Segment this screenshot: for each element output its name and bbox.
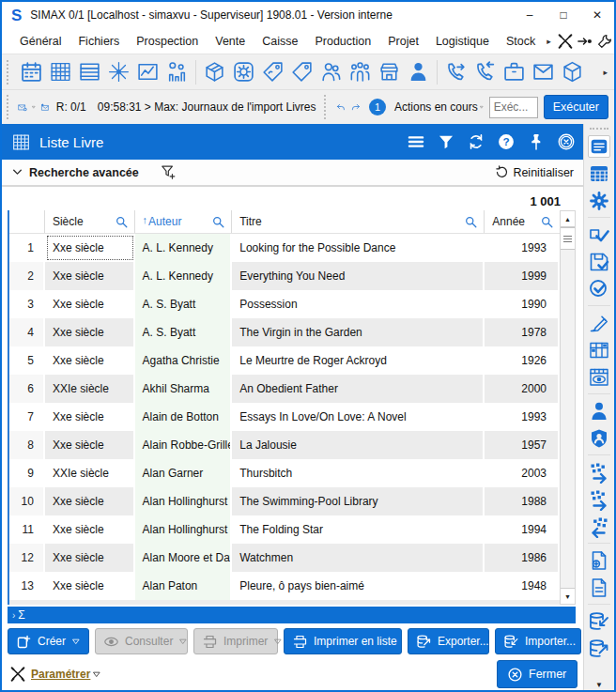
cell-annee[interactable]: 1978 (485, 318, 560, 346)
row-number[interactable]: 1 (9, 234, 45, 262)
cell-siecle[interactable]: XXIe siècle (45, 459, 135, 487)
help-circle-icon[interactable]: ? (497, 132, 516, 151)
dropdown-icon[interactable] (71, 637, 81, 646)
row-number[interactable]: 12 (9, 544, 45, 572)
people-icon[interactable] (319, 60, 343, 84)
cell-titre[interactable]: Possession (232, 290, 485, 318)
cell-auteur[interactable]: Alan Hollinghurst (135, 487, 233, 515)
run-arrow-icon[interactable] (577, 33, 593, 50)
phone-out-icon[interactable] (444, 60, 468, 84)
print-button[interactable]: Imprimer (193, 628, 278, 654)
fermer-button[interactable]: Fermer (497, 660, 578, 688)
chart-icon[interactable] (136, 60, 160, 84)
cell-titre[interactable]: Looking for the Possible Dance (232, 234, 485, 262)
table-row[interactable]: 11Xxe siècleAlan HollinghurstThe Folding… (9, 515, 560, 544)
tag-icon[interactable] (290, 60, 314, 84)
row-number[interactable]: 6 (9, 375, 45, 403)
import-button[interactable]: Importer... (495, 628, 581, 654)
cell-auteur[interactable]: Alan Paton (135, 572, 233, 600)
cell-annee[interactable]: 2000 (485, 375, 560, 403)
search-icon[interactable] (540, 215, 554, 229)
planning-icon[interactable] (49, 60, 72, 84)
cell-siecle[interactable]: Xxe siècle (45, 431, 135, 459)
phone-in-icon[interactable] (473, 60, 497, 84)
pin-icon[interactable] (527, 132, 546, 151)
execute-button[interactable]: Exécuter (544, 95, 608, 119)
maximize-button[interactable]: □ (547, 3, 580, 27)
cell-siecle[interactable]: Xxe siècle (45, 318, 135, 346)
sidebar-shield-user-icon[interactable] (588, 427, 610, 450)
sidebar-user-filled-icon[interactable] (588, 400, 610, 423)
menu-overflow-arrow[interactable]: ▸ (544, 37, 554, 46)
wrench-icon[interactable] (596, 33, 613, 50)
export-button[interactable]: Exporter... (408, 628, 489, 654)
toolbar-gripper[interactable] (7, 60, 11, 85)
cell-titre[interactable]: Watchmen (232, 544, 485, 572)
table-row[interactable]: 12Xxe siècleAlan Moore et Dav...Watchmen… (9, 544, 560, 572)
cell-annee[interactable]: 1993 (485, 234, 560, 262)
cell-annee[interactable]: 2003 (485, 459, 560, 487)
header-annee[interactable]: Année (485, 210, 560, 233)
menu-item-logistique[interactable]: Logistique (427, 35, 498, 48)
menu-icon[interactable] (407, 132, 425, 151)
cell-titre[interactable]: The Folding Star (232, 515, 485, 544)
header-siecle[interactable]: Siècle (45, 210, 135, 233)
sidebar-table-cols-icon[interactable] (588, 339, 610, 361)
sidebar-table-eye-icon[interactable] (588, 366, 610, 389)
burst-icon[interactable] (107, 60, 131, 84)
row-number[interactable]: 4 (9, 318, 45, 346)
cell-auteur[interactable]: Alan Garner (135, 459, 233, 487)
menu-item-vente[interactable]: Vente (207, 35, 254, 48)
cell-titre[interactable]: Le Meurtre de Roger Ackroyd (232, 346, 485, 375)
row-number[interactable]: 5 (9, 346, 45, 375)
refresh-icon[interactable] (467, 132, 485, 151)
cell-annee[interactable]: 1948 (485, 572, 560, 600)
cell-titre[interactable]: The Swimming-Pool Library (232, 487, 485, 515)
cell-auteur[interactable]: A. S. Byatt (135, 318, 233, 346)
cell-annee[interactable]: 1986 (485, 544, 560, 572)
cell-annee[interactable]: 1957 (485, 431, 560, 459)
cell-auteur[interactable]: Alan Moore et Dav... (135, 544, 233, 572)
reset-control[interactable]: Reinitialiser (495, 165, 574, 179)
scrollbar-thumb[interactable] (561, 227, 575, 250)
gearbox-icon[interactable] (232, 60, 255, 84)
table-row[interactable]: 5Xxe siècleAgatha ChristieLe Meurtre de … (9, 346, 560, 375)
briefcase-icon[interactable] (502, 60, 526, 84)
sidebar-brush-icon[interactable] (588, 312, 610, 334)
menu-item-fichiers[interactable]: Fichiers (69, 35, 128, 48)
scroll-down-button[interactable]: ▼ (561, 588, 575, 604)
sidebar-check-dialog-icon[interactable] (588, 223, 610, 246)
scroll-up-button[interactable]: ▲ (561, 211, 575, 227)
sidebar-gear-filled-icon[interactable] (588, 190, 610, 212)
search-icon[interactable] (211, 215, 225, 229)
list-icon[interactable] (78, 60, 101, 84)
table-row[interactable]: 4Xxe siècleA. S. ByattThe Virgin in the … (9, 318, 560, 346)
table-row[interactable]: 3Xxe siècleA. S. ByattPossession1990 (9, 290, 560, 318)
menu-item-stock[interactable]: Stock (498, 35, 544, 48)
cell-siecle[interactable]: Xxe siècle (45, 234, 135, 262)
cell-titre[interactable]: Thursbitch (232, 459, 485, 487)
sidebar-doc-icon[interactable] (588, 577, 610, 599)
cell-siecle[interactable]: Xxe siècle (45, 346, 135, 375)
sidebar-gripper[interactable] (590, 128, 608, 130)
dropdown-icon[interactable] (178, 637, 188, 646)
toolbar-overflow-arrow[interactable]: ▸ (600, 68, 610, 77)
cell-auteur[interactable]: Alain Robbe-Grillet (135, 431, 233, 459)
menu-item-projet[interactable]: Projet (379, 35, 427, 48)
print-list-button[interactable]: Imprimer en liste (284, 628, 402, 654)
cell-siecle[interactable]: XXIe siècle (45, 375, 135, 403)
actions-dropdown-icon[interactable] (480, 102, 484, 112)
cell-titre[interactable]: An Obedient Father (232, 375, 485, 403)
header-auteur[interactable]: ↑ Auteur (135, 210, 233, 233)
close-button[interactable]: ✕ (580, 3, 614, 27)
row-number[interactable]: 8 (9, 431, 45, 459)
create-button[interactable]: Créer (8, 628, 89, 654)
sidebar-form-filled-icon[interactable] (588, 135, 610, 158)
close-circle-icon[interactable] (557, 132, 576, 151)
sidebar-scroll-down-icon[interactable]: ▼ (595, 681, 603, 689)
user-filled-icon[interactable] (407, 60, 430, 84)
cell-titre[interactable]: Essays In Love/On Love: A Novel (232, 403, 485, 431)
cell-auteur[interactable]: A. L. Kennedy (135, 262, 233, 290)
row-number[interactable]: 11 (9, 515, 45, 544)
sum-bar[interactable]: › Σ (8, 607, 576, 623)
